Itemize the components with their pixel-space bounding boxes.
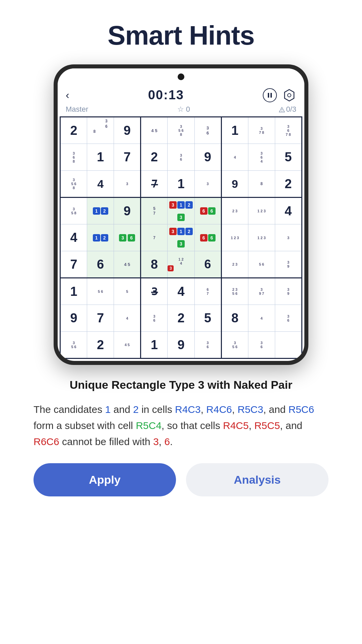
cell-r5c5[interactable]: 6: [194, 251, 221, 278]
cell-r0c2[interactable]: 9: [114, 117, 141, 144]
cell-r1c8[interactable]: 5: [275, 144, 302, 171]
apply-button[interactable]: Apply: [34, 463, 176, 496]
cell-r5c6[interactable]: 2 3: [221, 251, 248, 278]
cell-r8c8[interactable]: [275, 332, 302, 359]
cell-r1c4[interactable]: 36: [168, 144, 194, 171]
cell-r5c2[interactable]: 4 5: [114, 251, 141, 278]
cell-r7c0[interactable]: 9: [60, 305, 87, 332]
cell-r5c1[interactable]: 6: [87, 251, 114, 278]
cell-r6c4[interactable]: 4: [168, 278, 194, 305]
cell-r0c7[interactable]: 37 8: [248, 117, 275, 144]
cell-r8c0[interactable]: 35 6: [60, 332, 87, 359]
cell-r3c3[interactable]: 5 7: [141, 198, 168, 224]
cell-r6c6[interactable]: 2 35 6: [221, 278, 248, 305]
cell-r3c5[interactable]: 6 6: [194, 198, 221, 224]
cell-r2c2[interactable]: 3: [114, 171, 141, 198]
bottom-buttons: Apply Analysis: [13, 450, 349, 517]
cell-r3c1[interactable]: 12: [87, 198, 114, 224]
elim-3: 3: [153, 436, 159, 447]
cell-r8c2[interactable]: 4 5: [114, 332, 141, 359]
cell-r5c0[interactable]: 7: [60, 251, 87, 278]
cell-r4c0[interactable]: 4: [60, 224, 87, 251]
back-button[interactable]: ‹: [66, 89, 69, 101]
cell-r1c0[interactable]: 368: [60, 144, 87, 171]
cell-r4c4[interactable]: 3 1 2 3: [168, 224, 194, 251]
cell-r5c8[interactable]: 39: [275, 251, 302, 278]
cell-ref-r5c4: R5C4: [136, 420, 162, 431]
cell-r6c5[interactable]: 67: [194, 278, 221, 305]
cell-r6c2[interactable]: 5: [114, 278, 141, 305]
settings-button[interactable]: [282, 88, 296, 102]
cell-r4c5[interactable]: 6 6: [194, 224, 221, 251]
cell-r8c1[interactable]: 2: [87, 332, 114, 359]
cell-r5c4[interactable]: 1 2 4 3: [168, 251, 194, 278]
sudoku-grid: 2 368 9 4 5 35 68 36 1: [60, 116, 302, 359]
cell-r4c1[interactable]: 12: [87, 224, 114, 251]
cand-2: 2: [133, 404, 139, 415]
cell-r5c7[interactable]: 5 6: [248, 251, 275, 278]
cell-r6c3[interactable]: 3̶: [141, 278, 168, 305]
cell-r6c1[interactable]: 5 6: [87, 278, 114, 305]
cell-r3c8[interactable]: 4: [275, 198, 302, 224]
cell-r1c5[interactable]: 9: [194, 144, 221, 171]
cell-r2c4[interactable]: 1: [168, 171, 194, 198]
cell-r4c7[interactable]: 1 2 3: [248, 224, 275, 251]
cell-r7c1[interactable]: 7: [87, 305, 114, 332]
cell-r2c3[interactable]: 7̶: [141, 171, 168, 198]
cell-r6c7[interactable]: 39 7: [248, 278, 275, 305]
cell-r7c8[interactable]: 36: [275, 305, 302, 332]
cell-r3c7[interactable]: 1 2 3: [248, 198, 275, 224]
cell-r2c7[interactable]: 8: [248, 171, 275, 198]
timer-display: 00:13: [148, 88, 184, 102]
cell-r6c0[interactable]: 1: [60, 278, 87, 305]
cell-r3c4[interactable]: 3 1 2 3: [168, 198, 194, 224]
cell-r0c0[interactable]: 2: [60, 117, 87, 144]
cell-r2c8[interactable]: 2: [275, 171, 302, 198]
cell-r0c5[interactable]: 36: [194, 117, 221, 144]
cell-r5c3[interactable]: 8: [141, 251, 168, 278]
cell-r4c2[interactable]: 36: [114, 224, 141, 251]
cell-r8c4[interactable]: 9: [168, 332, 194, 359]
pause-button[interactable]: [263, 88, 277, 102]
cell-ref-r4c6: R4C6: [206, 404, 232, 415]
cell-r4c6[interactable]: 1 2 3: [221, 224, 248, 251]
cell-r0c8[interactable]: 367 8: [275, 117, 302, 144]
cell-r8c6[interactable]: 35 6: [221, 332, 248, 359]
cell-ref-r6c6: R6C6: [34, 436, 59, 447]
cell-r2c5[interactable]: 3: [194, 171, 221, 198]
cell-r4c3[interactable]: 7: [141, 224, 168, 251]
cell-r0c1[interactable]: 368: [87, 117, 114, 144]
cell-r1c1[interactable]: 1: [87, 144, 114, 171]
cell-r8c5[interactable]: 36: [194, 332, 221, 359]
cell-r1c3[interactable]: 2: [141, 144, 168, 171]
cell-r7c2[interactable]: 4: [114, 305, 141, 332]
page-title: Smart Hints: [108, 20, 254, 51]
cell-r3c6[interactable]: 2 3: [221, 198, 248, 224]
cell-r4c8[interactable]: 3: [275, 224, 302, 251]
cell-r6c8[interactable]: 39: [275, 278, 302, 305]
cell-r1c2[interactable]: 7: [114, 144, 141, 171]
cell-r0c6[interactable]: 1: [221, 117, 248, 144]
cell-r0c3[interactable]: 4 5: [141, 117, 168, 144]
cell-r1c7[interactable]: 364: [248, 144, 275, 171]
svg-marker-2: [285, 90, 294, 101]
cell-r3c2[interactable]: 9: [114, 198, 141, 224]
cell-r1c6[interactable]: 4: [221, 144, 248, 171]
cell-r7c6[interactable]: 8: [221, 305, 248, 332]
svg-point-6: [282, 111, 282, 112]
cell-r7c5[interactable]: 5: [194, 305, 221, 332]
cell-r7c4[interactable]: 2: [168, 305, 194, 332]
cell-r2c6[interactable]: 9: [221, 171, 248, 198]
hint-title: Unique Rectangle Type 3 with Naked Pair: [34, 378, 328, 391]
cell-r8c3[interactable]: 1: [141, 332, 168, 359]
cell-r7c3[interactable]: 36: [141, 305, 168, 332]
cell-r2c0[interactable]: 35 68: [60, 171, 87, 198]
cell-r8c7[interactable]: 36: [248, 332, 275, 359]
cell-r7c7[interactable]: 4: [248, 305, 275, 332]
analysis-button[interactable]: Analysis: [186, 463, 328, 496]
sudoku-grid-container: 2 368 9 4 5 35 68 36 1: [58, 116, 304, 361]
cell-r0c4[interactable]: 35 68: [168, 117, 194, 144]
cell-r3c0[interactable]: 35 8: [60, 198, 87, 224]
cell-r2c1[interactable]: 4: [87, 171, 114, 198]
star-icon: ☆: [177, 105, 184, 114]
